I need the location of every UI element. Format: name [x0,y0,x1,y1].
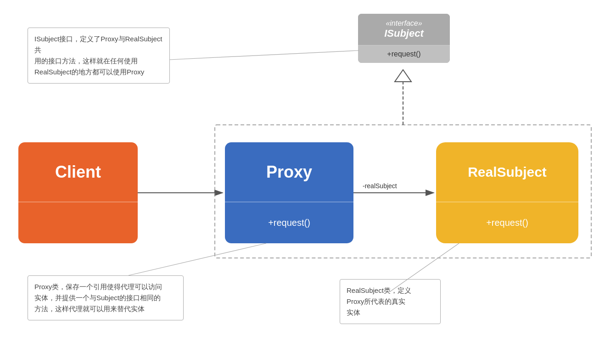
proxy-divider [225,202,353,202]
client-box: Client [18,142,138,243]
client-name: Client [18,142,138,202]
annotation-proxy-line [129,243,266,275]
realization-arrowhead [395,70,411,82]
client-divider [18,202,138,202]
annotation-realsubject: RealSubject类，定义 Proxy所代表的真实 实体 [340,279,441,324]
client-method [18,202,138,243]
isubject-box: «interface» ISubject +request() [358,14,450,63]
diagram-container: «interface» ISubject +request() Client P… [0,0,605,364]
isubject-name: ISubject [363,28,445,43]
realsubject-box: RealSubject +request() [436,142,578,243]
realsubject-divider [436,202,578,202]
association-label: -realSubject [363,182,397,190]
realsubject-method: +request() [436,202,578,243]
proxy-method: +request() [225,202,353,243]
isubject-header: «interface» ISubject [358,14,450,45]
proxy-box: Proxy +request() [225,142,353,243]
annotation-proxy: Proxy类，保存一个引用使得代理可以访问 实体，并提供一个与Subject的接… [28,275,184,320]
proxy-name: Proxy [225,142,353,202]
isubject-method: +request() [358,45,450,63]
realsubject-name: RealSubject [436,142,578,202]
annotation-isubject-line [170,50,359,60]
annotation-isubject: ISubject接口，定义了Proxy与RealSubject共 用的接口方法，… [28,28,170,84]
isubject-stereotype: «interface» [363,19,445,28]
